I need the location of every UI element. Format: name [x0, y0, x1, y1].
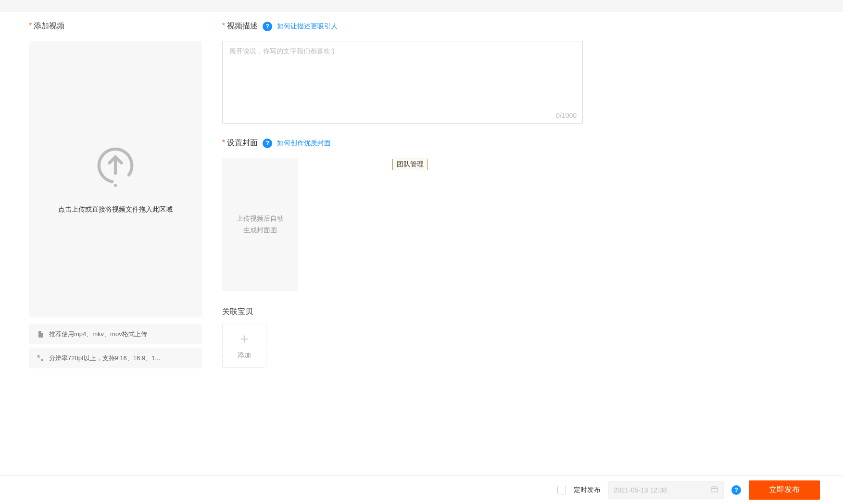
desc-help-link[interactable]: 如何让描述更吸引人	[277, 22, 338, 31]
tooltip-team-manage: 团队管理	[392, 159, 428, 170]
cover-text-line1: 上传视频后自动	[237, 213, 284, 225]
plus-icon: +	[240, 332, 249, 346]
upload-hints: 推荐使用mp4、mkv、mov格式上传 分辨率720pI以上，支持9:16、16…	[29, 324, 202, 368]
add-video-title-text: 添加视频	[34, 22, 64, 30]
top-bar	[0, 0, 843, 12]
description-textarea[interactable]	[223, 41, 582, 109]
question-icon[interactable]: ?	[263, 139, 272, 148]
hint-resolution: 分辨率720pI以上，支持9:16、16:9、1...	[29, 348, 202, 368]
right-column: *视频描述 ? 如何让描述更吸引人 0/1000 *设置封面 ? 如何创作优质封…	[222, 21, 583, 372]
svg-point-2	[114, 184, 117, 187]
cover-title: 设置封面	[227, 139, 258, 147]
expand-icon	[37, 354, 44, 362]
char-count: 0/1000	[556, 112, 577, 119]
hint-format: 推荐使用mp4、mkv、mov格式上传	[29, 324, 202, 344]
cover-placeholder[interactable]: 上传视频后自动 生成封面图	[222, 158, 298, 291]
video-upload-dropzone[interactable]: 点击上传或直接将视频文件拖入此区域	[29, 41, 202, 317]
cover-text-line2: 生成封面图	[243, 225, 277, 236]
add-related-item-button[interactable]: + 添加	[222, 324, 266, 368]
main-content: *添加视频 点击上传或直接将视频文件拖入此区域 推荐使用mp4、mkv、mov格…	[0, 12, 843, 420]
add-video-section: *添加视频 点击上传或直接将视频文件拖入此区域 推荐使用mp4、mkv、mov格…	[29, 21, 202, 372]
upload-arrow-icon	[94, 145, 137, 188]
cover-section-header: *设置封面 ? 如何创作优质封面	[222, 138, 583, 148]
add-label: 添加	[238, 351, 251, 360]
desc-section-header: *视频描述 ? 如何让描述更吸引人	[222, 21, 583, 31]
file-icon	[37, 330, 44, 338]
cover-help-link[interactable]: 如何创作优质封面	[277, 139, 331, 148]
desc-title: 视频描述	[227, 22, 258, 30]
upload-instruction-text: 点击上传或直接将视频文件拖入此区域	[58, 205, 173, 214]
add-video-title: *添加视频	[29, 21, 202, 31]
related-section: 关联宝贝 + 添加	[222, 307, 583, 368]
question-icon[interactable]: ?	[263, 22, 272, 31]
hint-format-text: 推荐使用mp4、mkv、mov格式上传	[49, 330, 147, 339]
hint-resolution-text: 分辨率720pI以上，支持9:16、16:9、1...	[49, 354, 160, 363]
description-box: 0/1000	[222, 41, 583, 124]
related-title: 关联宝贝	[222, 307, 583, 317]
